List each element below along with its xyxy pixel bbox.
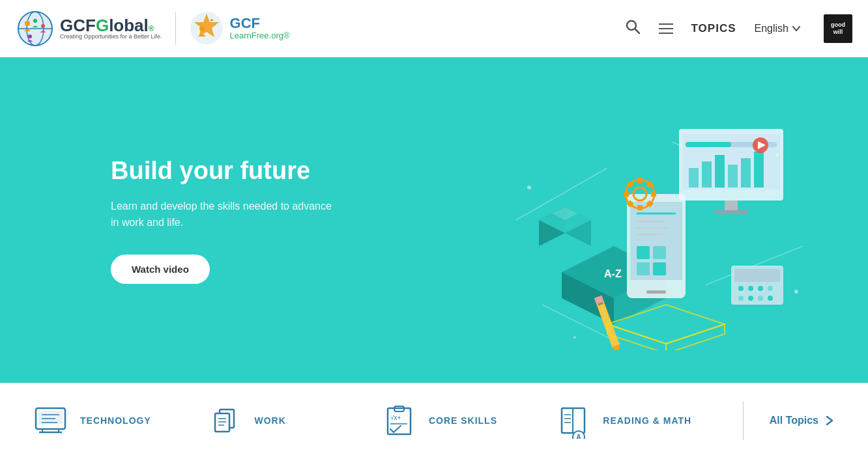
gcfglobal-logo-text: GCF G lobal ® Creating Opportunities for… — [60, 17, 162, 40]
svg-rect-40 — [715, 155, 725, 187]
svg-point-5 — [33, 19, 37, 23]
language-label: English — [755, 23, 788, 35]
svg-rect-91 — [215, 413, 229, 432]
globe-icon — [16, 9, 55, 48]
reading-math-label: READING & MATH — [603, 415, 691, 426]
topics-divider — [743, 401, 744, 440]
site-header: GCF G lobal ® Creating Opportunities for… — [0, 0, 868, 57]
topic-item-work[interactable]: WORK — [207, 403, 381, 439]
svg-rect-86 — [38, 411, 63, 424]
svg-rect-46 — [725, 201, 738, 210]
svg-point-11 — [210, 19, 213, 21]
svg-rect-31 — [653, 246, 666, 259]
topic-item-technology[interactable]: TECHNOLOGY — [33, 403, 207, 439]
hero-subtitle: Learn and develop the skills needed to a… — [111, 198, 332, 231]
svg-point-6 — [41, 24, 45, 28]
gcfglobal-tagline: Creating Opportunities for a Better Life… — [60, 34, 162, 40]
all-topics-link[interactable]: All Topics — [757, 415, 835, 426]
hero-svg: A-Z — [477, 90, 816, 350]
svg-point-64 — [738, 286, 744, 291]
work-label: WORK — [254, 415, 285, 426]
all-topics-label: All Topics — [770, 415, 818, 426]
topic-item-reading-math[interactable]: A READING & MATH — [555, 403, 729, 439]
gcflearnfree-logo-text: GCF LearnFree.org® — [230, 16, 290, 40]
svg-point-70 — [758, 296, 763, 301]
svg-point-10 — [199, 26, 205, 31]
svg-rect-38 — [689, 168, 699, 187]
topics-nav-button[interactable]: TOPICS — [691, 22, 736, 35]
gcfglobal-logo[interactable]: GCF G lobal ® Creating Opportunities for… — [16, 9, 162, 48]
svg-text:√x+: √x+ — [390, 414, 401, 421]
logo-divider — [175, 12, 176, 45]
svg-text:A: A — [576, 433, 581, 439]
svg-rect-33 — [653, 262, 666, 275]
hero-content: Build your future Learn and develop the … — [111, 156, 332, 284]
svg-rect-50 — [637, 178, 643, 183]
goodwill-badge[interactable]: goodwill — [824, 14, 852, 43]
gcflearnfree-logo[interactable]: GCF LearnFree.org® — [189, 10, 290, 46]
svg-rect-53 — [651, 191, 656, 197]
main-nav: TOPICS English goodwill — [625, 14, 852, 43]
goodwill-label: goodwill — [831, 21, 845, 36]
svg-point-68 — [738, 296, 744, 301]
svg-point-65 — [748, 286, 753, 291]
svg-rect-41 — [728, 165, 738, 187]
svg-rect-25 — [646, 290, 666, 294]
svg-rect-42 — [741, 158, 751, 187]
hero-section: Build your future Learn and develop the … — [0, 57, 868, 383]
language-selector[interactable]: English — [755, 23, 800, 35]
work-icon — [207, 403, 242, 439]
topics-bar: TECHNOLOGY WORK √x+ CORE SKILLS — [0, 383, 868, 458]
svg-point-67 — [768, 286, 773, 291]
star-icon — [189, 10, 225, 46]
svg-rect-63 — [734, 269, 780, 282]
svg-point-12 — [214, 24, 216, 26]
svg-rect-37 — [686, 142, 731, 147]
svg-rect-52 — [624, 191, 629, 197]
hero-title: Build your future — [111, 156, 332, 186]
svg-point-69 — [748, 296, 753, 301]
svg-point-82 — [573, 336, 576, 339]
chevron-down-icon — [792, 26, 800, 31]
header-logos: GCF G lobal ® Creating Opportunities for… — [16, 9, 625, 48]
chevron-right-icon — [824, 415, 835, 426]
hero-illustration: A-Z — [477, 90, 816, 350]
svg-point-80 — [794, 290, 798, 294]
core-skills-icon: √x+ — [381, 403, 417, 439]
svg-point-81 — [775, 154, 778, 156]
core-skills-label: CORE SKILLS — [429, 415, 497, 426]
technology-icon — [33, 403, 68, 439]
svg-rect-51 — [637, 205, 643, 210]
svg-point-79 — [527, 186, 531, 189]
svg-rect-47 — [715, 210, 747, 214]
svg-rect-39 — [702, 161, 712, 187]
svg-rect-30 — [637, 246, 650, 259]
technology-label: TECHNOLOGY — [80, 415, 151, 426]
svg-marker-74 — [666, 324, 725, 350]
hamburger-menu-button[interactable] — [659, 23, 673, 34]
svg-line-14 — [635, 29, 639, 33]
svg-rect-43 — [754, 152, 764, 187]
topic-item-core-skills[interactable]: √x+ CORE SKILLS — [381, 403, 555, 439]
watch-video-button[interactable]: Watch video — [111, 255, 210, 284]
search-button[interactable] — [625, 19, 641, 38]
reading-math-icon: A — [555, 403, 591, 439]
svg-point-4 — [25, 21, 30, 26]
svg-point-71 — [768, 296, 773, 301]
svg-point-66 — [758, 286, 763, 291]
svg-point-7 — [28, 35, 32, 38]
svg-rect-32 — [637, 262, 650, 275]
svg-text:A-Z: A-Z — [604, 268, 622, 279]
